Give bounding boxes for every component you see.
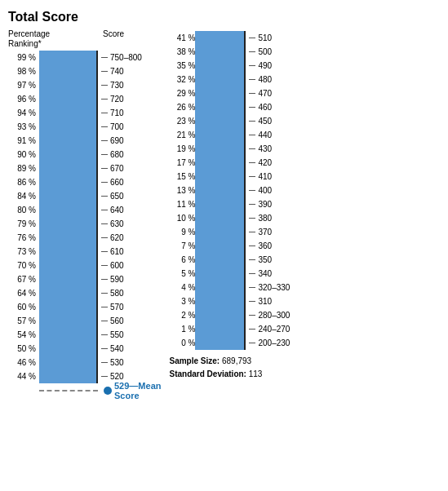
right-pct-item: 3 % (169, 294, 195, 308)
left-score-item: 730 (101, 78, 142, 92)
left-pct-item: 79 % (8, 217, 36, 231)
right-score-item: 240–270 (249, 322, 290, 336)
left-score-item: 550 (101, 328, 142, 342)
right-bar-segment (195, 267, 244, 281)
right-bar-segment (195, 128, 244, 142)
left-pct-item: 99 % (8, 51, 36, 64)
left-score-item: 740 (101, 64, 142, 78)
right-bar-segment (195, 308, 244, 322)
right-pct-item: 13 % (169, 184, 195, 197)
left-pct-item: 54 % (8, 328, 36, 342)
left-pct-item: 57 % (8, 314, 36, 328)
right-pct-item: 21 % (169, 128, 195, 142)
left-score-item: 710 (101, 106, 142, 120)
left-bar-segment (39, 300, 96, 314)
left-pct-item: 64 % (8, 286, 36, 300)
left-score-item: 650 (101, 189, 142, 203)
right-pct-item: 23 % (169, 114, 195, 128)
right-pct-item: 11 % (169, 197, 195, 211)
left-bar-segment (39, 342, 96, 356)
right-pct-item: 26 % (169, 100, 195, 114)
right-pct-item: 7 % (169, 239, 195, 253)
left-bar-segment (39, 92, 96, 106)
left-score-item: 660 (101, 175, 142, 189)
mean-row: 529—MeanScore (8, 383, 161, 397)
right-score-item: 500 (249, 45, 290, 59)
left-pct-item: 90 % (8, 148, 36, 161)
left-pct-item: 70 % (8, 259, 36, 272)
right-bar-segment (195, 114, 244, 128)
right-score-item: 310 (249, 294, 290, 308)
right-pct-item: 15 % (169, 170, 195, 184)
left-score-item: 750–800 (101, 51, 142, 64)
right-bar-segment (195, 322, 244, 336)
left-pct-item: 89 % (8, 161, 36, 175)
left-bar-segment (39, 272, 96, 286)
left-score-col: 750–800740730720710700690680670660650640… (96, 51, 142, 383)
left-score-item: 640 (101, 203, 142, 217)
right-bar-segment (195, 170, 244, 184)
mean-dashed-line (39, 390, 98, 391)
left-chart-section: PercentageRanking* Score 99 %98 %97 %96 … (8, 29, 161, 397)
right-bar-segment (195, 142, 244, 156)
right-bar-segment (195, 239, 244, 253)
right-score-item: 390 (249, 197, 290, 211)
left-bar-segment (39, 78, 96, 92)
right-score-item: 430 (249, 142, 290, 156)
left-score-item: 560 (101, 314, 142, 328)
right-pct-item: 10 % (169, 211, 195, 225)
right-score-item: 350 (249, 253, 290, 267)
right-bar-segment (195, 253, 244, 267)
right-score-item: 200–230 (249, 336, 290, 350)
left-bar-segment (39, 64, 96, 78)
mean-indicator: 529—MeanScore (98, 381, 161, 400)
right-score-item: 450 (249, 114, 290, 128)
right-bar-segment (195, 281, 244, 294)
left-bar-segment (39, 148, 96, 161)
right-pct-item: 38 % (169, 45, 195, 59)
right-score-item: 410 (249, 170, 290, 184)
right-pct-item: 5 % (169, 267, 195, 281)
right-score-col: 5105004904804704604504404304204104003903… (244, 31, 290, 350)
right-pct-item: 17 % (169, 156, 195, 170)
page-title: Total Score (8, 10, 440, 24)
right-blue-bar (195, 31, 244, 350)
left-bar-segment (39, 314, 96, 328)
right-score-item: 380 (249, 211, 290, 225)
right-bar-segment (195, 184, 244, 197)
right-score-item: 370 (249, 225, 290, 239)
left-bar-segment (39, 175, 96, 189)
left-bar-segment (39, 328, 96, 342)
left-bar-segment (39, 259, 96, 272)
left-bar-segment (39, 203, 96, 217)
right-bar-segment (195, 336, 244, 350)
right-pct-item: 32 % (169, 73, 195, 86)
right-pct-col: 41 %38 %35 %32 %29 %26 %23 %21 %19 %17 %… (169, 31, 195, 350)
right-score-item: 440 (249, 128, 290, 142)
right-score-item: 340 (249, 267, 290, 281)
left-pct-item: 76 % (8, 231, 36, 245)
right-score-item: 480 (249, 73, 290, 86)
left-score-item: 580 (101, 286, 142, 300)
left-score-item: 600 (101, 259, 142, 272)
left-bar-segment (39, 161, 96, 175)
right-score-item: 490 (249, 59, 290, 73)
right-bar-segment (195, 156, 244, 170)
left-pct-item: 84 % (8, 189, 36, 203)
left-pct-item: 86 % (8, 175, 36, 189)
right-score-item: 280–300 (249, 308, 290, 322)
right-bar-segment (195, 59, 244, 73)
sample-size-row: Sample Size: 689,793 (169, 355, 290, 368)
chart-container: PercentageRanking* Score 99 %98 %97 %96 … (8, 29, 440, 397)
right-pct-item: 35 % (169, 59, 195, 73)
right-bar-segment (195, 225, 244, 239)
left-pct-item: 98 % (8, 64, 36, 78)
left-pct-item: 44 % (8, 369, 36, 383)
left-pct-item: 73 % (8, 245, 36, 259)
right-score-item: 360 (249, 239, 290, 253)
left-bar-segment (39, 120, 96, 134)
left-pct-item: 50 % (8, 342, 36, 356)
right-pct-item: 4 % (169, 281, 195, 294)
right-pct-item: 6 % (169, 253, 195, 267)
right-score-item: 460 (249, 100, 290, 114)
